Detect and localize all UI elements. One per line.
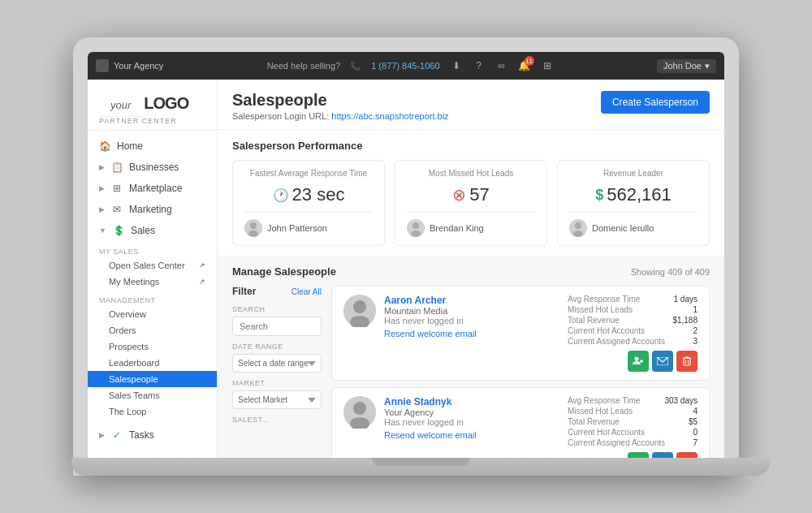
subtitle-prefix: Salesperson Login URL: xyxy=(232,111,331,121)
laptop-base xyxy=(71,458,770,476)
infinity-icon[interactable]: ∞ xyxy=(495,59,508,72)
sidebar-item-businesses[interactable]: ▶ 📋 Businesses xyxy=(88,157,217,178)
chevron-right-icon: ▶ xyxy=(99,184,105,192)
orders-label: Orders xyxy=(109,325,136,335)
sidebar-item-sales[interactable]: ▼ 💲 Sales xyxy=(88,220,217,241)
sidebar-item-label: Sales xyxy=(131,225,155,236)
date-range-select[interactable]: Select a date range xyxy=(232,354,322,373)
resend-email-annie[interactable]: Resend welcome email xyxy=(384,430,477,440)
performance-section: Salesperson Performance Fastest Average … xyxy=(218,130,724,256)
person-name-2: Brendan King xyxy=(430,223,484,233)
agency-name: Your Agency xyxy=(114,61,163,71)
delete-button-aaron[interactable] xyxy=(676,351,698,372)
sidebar-item-salespeople[interactable]: Salespeople xyxy=(88,371,217,387)
sidebar-item-the-loop[interactable]: The Loop xyxy=(88,403,217,420)
salesperson-actions-aaron xyxy=(568,351,698,372)
open-sales-center-label: Open Sales Center xyxy=(109,261,185,270)
avatar-aaron-archer xyxy=(343,295,376,327)
logo-your: your xyxy=(99,89,142,117)
sidebar-item-leaderboard[interactable]: Leaderboard xyxy=(88,355,217,371)
assigned-value-a: 3 xyxy=(693,337,698,346)
assign-accounts-button-aaron[interactable] xyxy=(628,351,649,372)
perf-card-person-2: Brendan King xyxy=(407,212,535,237)
login-url[interactable]: https://abc.snapshotreport.biz xyxy=(331,111,448,121)
salesperson-stats-aaron: Avg Response Time 1 days Missed Hot Lead… xyxy=(568,295,698,372)
perf-card-value-1: 🕐 23 sec xyxy=(244,184,373,205)
content-area: Salespeople Salesperson Login URL: https… xyxy=(218,80,724,458)
assign-accounts-button-annie[interactable] xyxy=(628,452,649,458)
svg-point-2 xyxy=(248,231,258,237)
salest-filter-label: SALEST... xyxy=(232,416,322,424)
sales-teams-label: Sales Teams xyxy=(109,390,160,400)
chevron-down-icon: ▼ xyxy=(99,226,106,235)
total-revenue-value-a: $1,188 xyxy=(672,316,698,325)
current-hot-value-b: 0 xyxy=(693,428,698,437)
sidebar-item-home[interactable]: 🏠 Home xyxy=(88,136,217,157)
marketplace-icon: ⊞ xyxy=(111,183,123,194)
email-button-annie[interactable] xyxy=(652,452,673,458)
assigned-label-b: Current Assigned Accounts xyxy=(568,438,665,447)
clear-all-button[interactable]: Clear All xyxy=(292,287,322,296)
current-hot-label-a: Current Hot Accounts xyxy=(568,326,645,335)
svg-point-7 xyxy=(575,222,581,229)
download-icon[interactable]: ⬇ xyxy=(450,59,463,72)
filter-panel: Filter Clear All SEARCH DATE RANGE Selec… xyxy=(232,286,322,458)
delete-button-annie[interactable] xyxy=(676,452,698,458)
content-header: Salespeople Salesperson Login URL: https… xyxy=(218,80,724,130)
market-filter-label: MARKET xyxy=(232,379,322,387)
my-sales-group-label: MY SALES xyxy=(88,241,217,257)
sidebar-item-orders[interactable]: Orders xyxy=(88,322,217,338)
perf-card-person-3: Domenic Ierullo xyxy=(569,212,698,237)
sidebar-item-marketing[interactable]: ▶ ✉ Marketing xyxy=(88,199,217,220)
grid-icon[interactable]: ⊞ xyxy=(541,59,554,72)
resend-email-aaron[interactable]: Resend welcome email xyxy=(384,329,477,338)
phone-icon: 📞 xyxy=(350,61,361,71)
svg-point-5 xyxy=(411,231,421,237)
sidebar-item-sales-teams[interactable]: Sales Teams xyxy=(88,387,217,403)
sidebar: your LOGO PARTNER CENTER 🏠 Home ▶ 📋 Busi… xyxy=(88,80,218,458)
tasks-label: Tasks xyxy=(129,429,154,441)
avatar-domenic-ierullo xyxy=(569,219,587,237)
phone-number[interactable]: 1 (877) 845-1060 xyxy=(371,61,439,71)
sidebar-item-open-sales-center[interactable]: Open Sales Center ↗ xyxy=(88,257,217,274)
search-input[interactable] xyxy=(232,317,322,336)
page-subtitle: Salesperson Login URL: https://abc.snaps… xyxy=(232,111,449,121)
avg-response-label-b: Avg Response Time xyxy=(568,396,640,405)
avg-response-value-b: 303 days xyxy=(664,396,698,405)
external-link-icon: ↗ xyxy=(199,278,205,286)
salesperson-name-annie[interactable]: Annie Stadnyk xyxy=(384,396,559,407)
sidebar-item-my-meetings[interactable]: My Meetings ↗ xyxy=(88,274,217,290)
external-link-icon: ↗ xyxy=(199,261,205,269)
sidebar-item-marketplace[interactable]: ▶ ⊞ Marketplace xyxy=(88,178,217,199)
create-salesperson-button[interactable]: Create Salesperson xyxy=(601,91,710,114)
sidebar-item-label: Marketing xyxy=(129,204,172,215)
email-button-aaron[interactable] xyxy=(652,351,673,372)
svg-point-18 xyxy=(353,402,366,415)
search-filter-label: SEARCH xyxy=(232,305,322,313)
salesperson-status-aaron: Has never logged in xyxy=(384,316,559,325)
sidebar-item-prospects[interactable]: Prospects xyxy=(88,338,217,355)
perf-card-person-1: John Patterson xyxy=(244,212,373,237)
assigned-label-a: Current Assigned Accounts xyxy=(568,337,665,346)
sidebar-item-tasks[interactable]: ▶ ✓ Tasks xyxy=(88,425,217,446)
market-select[interactable]: Select Market xyxy=(232,390,322,409)
my-meetings-label: My Meetings xyxy=(109,277,159,287)
filter-label: Filter xyxy=(232,286,256,297)
total-revenue-value-b: $5 xyxy=(689,417,698,426)
help-icon[interactable]: ? xyxy=(473,59,486,72)
sales-icon: 💲 xyxy=(113,225,124,236)
avatar-john-patterson xyxy=(244,219,262,237)
salespeople-list: Aaron Archer Mountain Media Has never lo… xyxy=(331,286,710,458)
svg-point-1 xyxy=(250,222,257,229)
money-icon: $ xyxy=(595,187,603,204)
businesses-icon: 📋 xyxy=(111,162,123,173)
missed-leads-label-a: Missed Hot Leads xyxy=(568,305,633,314)
prospects-label: Prospects xyxy=(109,342,149,351)
svg-point-4 xyxy=(412,222,419,229)
notification-icon[interactable]: 🔔 11 xyxy=(518,59,531,72)
user-menu-button[interactable]: John Doe ▾ xyxy=(657,59,716,73)
sidebar-item-overview[interactable]: Overview xyxy=(88,306,217,322)
help-text: Need help selling? xyxy=(267,61,341,71)
salesperson-name-aaron[interactable]: Aaron Archer xyxy=(384,295,559,306)
showing-count: Showing 409 of 409 xyxy=(631,267,710,277)
